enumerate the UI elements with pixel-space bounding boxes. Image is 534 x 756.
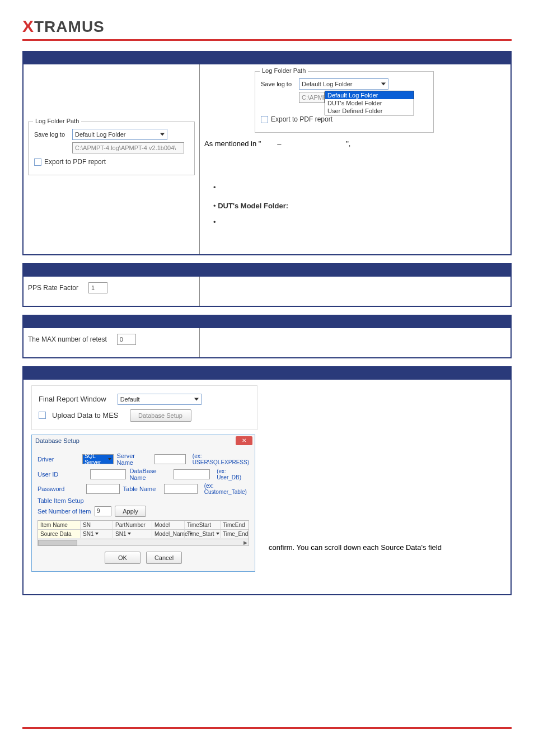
bullet-dut: DUT's Model Folder: (213, 202, 506, 210)
logo-x: X (22, 17, 34, 35)
pps-left: PPS Rate Factor 1 (24, 277, 200, 306)
tis-label: Table Item Setup (38, 497, 91, 504)
c2: PartNumber (113, 521, 152, 529)
apply-text: Apply (123, 508, 138, 515)
chevron-down-icon (381, 83, 386, 86)
server-label: Server Name (117, 452, 152, 466)
cancel-button[interactable]: Cancel (146, 552, 182, 564)
user-label: User ID (38, 471, 87, 478)
col-src: Source Data (38, 530, 81, 538)
c2s-v: SN1 (115, 531, 126, 537)
panel-header (24, 52, 510, 64)
database-setup-button[interactable]: Database Setup (130, 409, 191, 422)
table-row: Source Data SN1 SN1 Model_Name Time_Star… (38, 530, 249, 539)
pwd-input[interactable] (86, 484, 120, 494)
select-value-r: Default Log Folder (302, 81, 353, 87)
panel-retest: The MAX number of retest 0 (22, 315, 512, 358)
export-pdf-label-r: Export to PDF report (271, 115, 332, 123)
setnum-input[interactable]: 9 (95, 506, 111, 516)
left-column: Log Folder Path Save log to Default Log … (24, 64, 200, 254)
txt-end: ", (346, 139, 350, 148)
dialog-title: Database Setup (32, 435, 255, 446)
log-path-value: C:\APMPT-4.log\APMPT-4 v2.1b004\ (75, 144, 176, 151)
pps-label: PPS Rate Factor (28, 284, 78, 292)
panel-mes: Final Report Window Default Upload Data … (22, 366, 512, 595)
bullet-empty-2 (213, 218, 506, 226)
database-setup-dialog: Database Setup ✕ Driver SQL Server Serve… (31, 435, 255, 572)
ok-text: OK (118, 554, 127, 561)
retest-input[interactable]: 0 (117, 334, 136, 345)
table-header: Item Name SN PartNumber Model TimeStart … (38, 521, 249, 530)
pps-right (200, 277, 510, 306)
c1s[interactable]: SN1 (81, 530, 113, 538)
save-log-dropdown-list[interactable]: Default Log Folder DUT's Model Folder Us… (325, 91, 414, 115)
dbname-hint: (ex: User_DB) (217, 468, 249, 480)
bottom-divider (22, 727, 512, 729)
c3s-v: Model_Name (154, 531, 188, 537)
save-log-label: Save log to (34, 131, 68, 138)
pwd-label: Password (38, 486, 83, 492)
c4: TimeStart (185, 521, 221, 529)
mention-line: As mentioned in " – ", (204, 138, 506, 150)
save-log-select[interactable]: Default Log Folder (72, 129, 167, 140)
chevron-down-icon (194, 398, 199, 400)
chevron-down-icon (95, 533, 99, 535)
dbname-label: DataBase Name (129, 468, 170, 481)
final-report-label: Final Report Window (39, 395, 106, 403)
col-item: Item Name (38, 521, 81, 529)
panel-header-3 (24, 316, 510, 328)
option-default[interactable]: Default Log Folder (325, 91, 414, 99)
logo-rest: TRAMUS (34, 18, 105, 35)
upload-mes-checkbox[interactable] (39, 412, 46, 419)
user-input[interactable] (90, 469, 127, 479)
horizontal-scrollbar[interactable]: ▶ (38, 539, 249, 545)
final-report-select[interactable]: Default (118, 394, 202, 405)
chevron-down-icon (216, 533, 219, 535)
final-report-value: Default (120, 396, 140, 403)
driver-select[interactable]: SQL Server (82, 454, 114, 464)
export-pdf-checkbox[interactable] (34, 158, 41, 166)
pps-input[interactable]: 1 (88, 282, 107, 293)
option-dut[interactable]: DUT's Model Folder (325, 99, 414, 107)
option-user[interactable]: User Defined Folder (325, 107, 414, 115)
table-input[interactable] (164, 484, 198, 494)
c4s[interactable]: Time_Start (185, 530, 221, 538)
top-divider (22, 39, 512, 41)
table-hint: (ex: Customer_Table) (204, 483, 249, 495)
c1: SN (81, 521, 113, 529)
export-pdf-label: Export to PDF report (44, 158, 106, 166)
retest-label: The MAX number of retest (28, 335, 107, 343)
apply-button[interactable]: Apply (115, 506, 146, 517)
mes-left: Final Report Window Default Upload Data … (24, 380, 264, 594)
panel-header-2 (24, 264, 510, 277)
retest-right (200, 328, 510, 357)
dbname-input[interactable] (174, 469, 210, 479)
panel-header-4 (24, 367, 510, 380)
logo: XTRAMUS (22, 17, 512, 36)
c5: TimeEnd (221, 521, 249, 529)
panel-log-folder: Log Folder Path Save log to Default Log … (22, 51, 512, 255)
export-pdf-checkbox-r[interactable] (261, 116, 268, 123)
group-title: Log Folder Path (33, 118, 81, 124)
c2s[interactable]: SN1 (113, 530, 152, 538)
scrollbar-thumb[interactable] (38, 540, 77, 545)
cancel-text: Cancel (154, 554, 174, 561)
bullet-empty-1 (213, 183, 506, 192)
select-value: Default Log Folder (75, 131, 126, 138)
save-log-select-r[interactable]: Default Log Folder (299, 78, 388, 90)
item-table: Item Name SN PartNumber Model TimeStart … (38, 520, 249, 546)
ok-button[interactable]: OK (105, 552, 140, 564)
upload-mes-label: Upload Data to MES (52, 411, 119, 419)
c4s-v: Time_Start (187, 531, 214, 537)
c5s[interactable]: Time_End (221, 530, 249, 538)
mes-right: confirm. You can scroll down each Source… (264, 380, 510, 594)
retest-value: 0 (120, 336, 123, 343)
chevron-down-icon (108, 458, 111, 460)
driver-label: Driver (38, 456, 79, 463)
c1s-v: SN1 (83, 531, 93, 537)
c3s[interactable]: Model_Name (152, 530, 185, 538)
scroll-right-icon[interactable]: ▶ (243, 540, 247, 545)
close-icon[interactable]: ✕ (236, 436, 252, 445)
server-input[interactable] (154, 454, 186, 464)
bullet-dut-text: DUT's Model Folder: (218, 202, 288, 210)
